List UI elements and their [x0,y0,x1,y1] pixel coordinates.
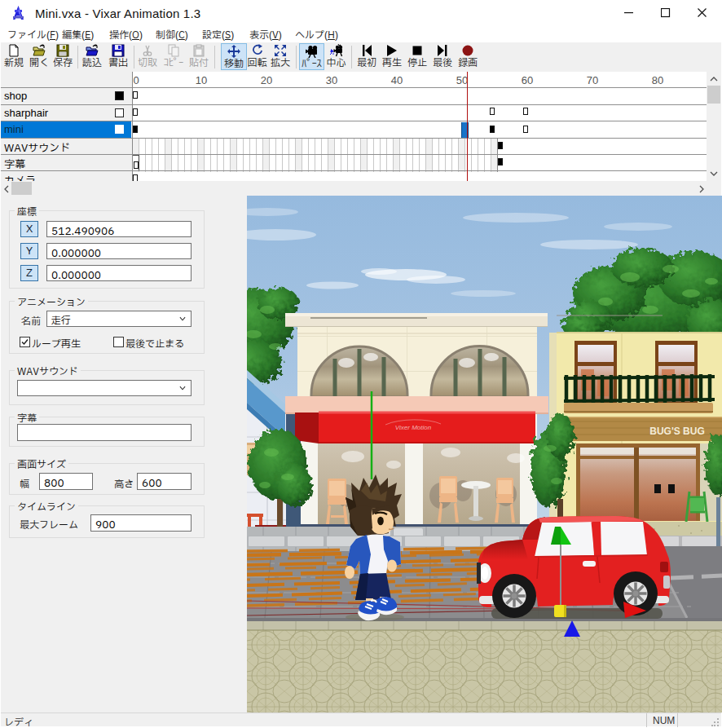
svg-text:Vixer Motion: Vixer Motion [395,424,432,431]
svg-text:BUG'S BUG: BUG'S BUG [649,426,705,437]
